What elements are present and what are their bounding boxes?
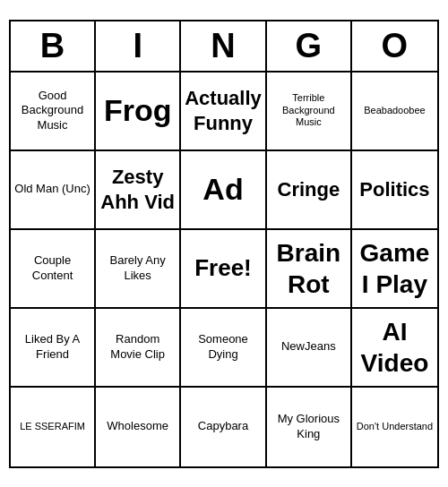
bingo-cell-7: Ad [181,151,267,230]
bingo-cell-16: Random Movie Clip [96,309,181,388]
bingo-cell-12: Free! [181,230,267,309]
bingo-cell-4: Beabadoobee [352,73,437,151]
bingo-cell-18: NewJeans [267,309,352,388]
bingo-cell-2: Actually Funny [181,73,267,151]
bingo-card: BINGO Good Background MusicFrogActually … [9,20,439,468]
bingo-grid: Good Background MusicFrogActually FunnyT… [11,73,437,466]
bingo-cell-15: Liked By A Friend [11,309,96,388]
bingo-cell-21: Wholesome [96,388,181,466]
bingo-cell-1: Frog [96,73,181,151]
bingo-cell-23: My Glorious King [267,388,352,466]
bingo-letter-i: I [96,21,181,73]
bingo-cell-10: Couple Content [11,230,96,309]
bingo-cell-20: LE SSERAFIM [11,388,96,466]
bingo-cell-8: Cringe [267,151,352,230]
bingo-cell-14: Game I Play [352,230,437,309]
bingo-cell-19: AI Video [352,309,437,388]
bingo-cell-13: Brain Rot [267,230,352,309]
bingo-letter-n: N [181,21,266,73]
bingo-letter-o: O [352,21,437,73]
bingo-letter-b: B [11,21,96,73]
bingo-cell-11: Barely Any Likes [96,230,181,309]
bingo-cell-17: Someone Dying [181,309,267,388]
bingo-cell-22: Capybara [181,388,267,466]
bingo-cell-24: Don't Understand [352,388,437,466]
bingo-cell-9: Politics [352,151,437,230]
bingo-cell-3: Terrible Background Music [267,73,352,151]
bingo-cell-5: Old Man (Unc) [11,151,96,230]
bingo-cell-6: Zesty Ahh Vid [96,151,181,230]
bingo-letter-g: G [267,21,352,73]
bingo-cell-0: Good Background Music [11,73,96,151]
bingo-header: BINGO [11,21,437,73]
